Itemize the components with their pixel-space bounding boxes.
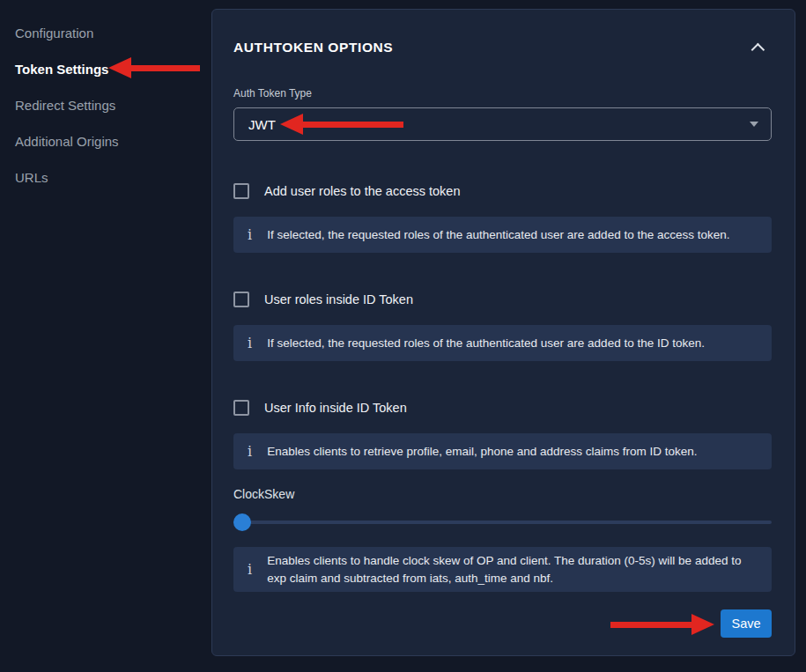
panel-header: AUTHTOKEN OPTIONS (233, 38, 772, 57)
info-icon: i (248, 228, 252, 242)
checkbox-label: Add user roles to the access token (264, 184, 460, 198)
clockskew-slider[interactable] (233, 513, 772, 531)
checkbox-user-roles-id-token[interactable] (233, 292, 249, 307)
info-box-user-info-id-token: i Enables clients to retrieve profile, e… (233, 433, 772, 469)
info-icon: i (248, 563, 252, 577)
checkbox-add-user-roles-access-token[interactable] (233, 183, 249, 199)
caret-down-icon (750, 122, 758, 127)
chevron-up-icon[interactable] (751, 42, 765, 56)
sidebar-item-urls[interactable]: URLs (15, 167, 211, 187)
slider-thumb[interactable] (233, 513, 251, 531)
checkbox-label: User roles inside ID Token (264, 292, 413, 306)
checkbox-label: User Info inside ID Token (264, 401, 407, 415)
info-box-clockskew: i Enables clients to handle clock skew o… (233, 547, 772, 592)
sidebar-item-additional-origins[interactable]: Additional Origins (15, 131, 211, 151)
info-box-id-token-roles: i If selected, the requested roles of th… (233, 325, 772, 361)
info-text: Enables clients to handle clock skew of … (267, 552, 758, 587)
info-text: If selected, the requested roles of the … (267, 226, 729, 244)
sidebar-item-redirect-settings[interactable]: Redirect Settings (15, 95, 211, 114)
info-text: If selected, the requested roles of the … (267, 335, 705, 352)
option-row-user-info-id-token: User Info inside ID Token (233, 398, 772, 417)
info-text: Enables clients to retrieve profile, ema… (267, 443, 698, 461)
panel-title: AUTHTOKEN OPTIONS (233, 40, 393, 55)
sidebar-item-configuration[interactable]: Configuration (15, 23, 211, 42)
option-row-access-token-roles: Add user roles to the access token (233, 181, 772, 201)
slider-track[interactable] (233, 521, 772, 524)
checkbox-user-info-id-token[interactable] (233, 400, 249, 416)
info-box-access-token-roles: i If selected, the requested roles of th… (233, 217, 772, 253)
save-button[interactable]: Save (721, 609, 772, 638)
clockskew-label: ClockSkew (233, 487, 772, 502)
option-row-id-token-roles: User roles inside ID Token (233, 290, 772, 309)
auth-token-type-select[interactable]: JWT (233, 107, 772, 141)
panel-actions: Save (233, 609, 772, 638)
auth-token-type-label: Auth Token Type (233, 87, 772, 100)
sidebar-item-token-settings[interactable]: Token Settings (15, 59, 211, 78)
info-icon: i (248, 336, 252, 351)
info-icon: i (248, 445, 252, 459)
settings-sidebar: Configuration Token Settings Redirect Se… (0, 0, 211, 672)
auth-token-type-value: JWT (248, 117, 750, 132)
authtoken-options-panel: AUTHTOKEN OPTIONS Auth Token Type JWT Ad… (211, 9, 795, 656)
